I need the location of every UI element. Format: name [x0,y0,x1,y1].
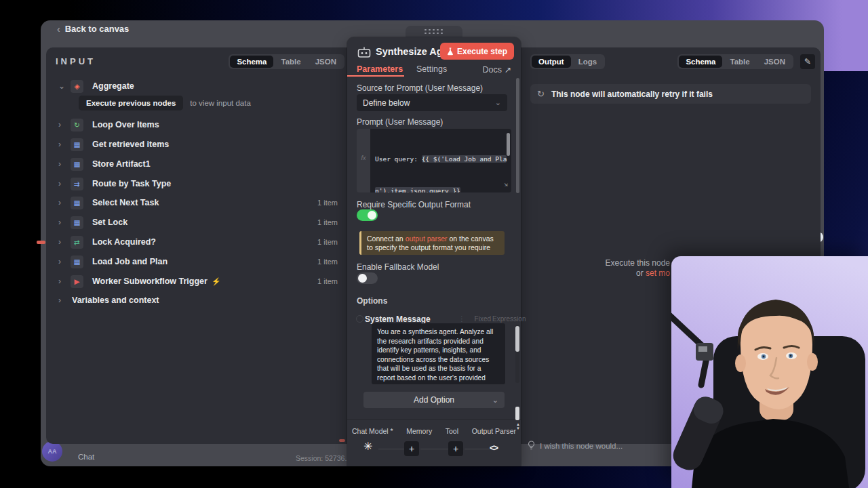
edit-output-button[interactable]: ✎ [800,54,815,69]
execute-hint-or: or [636,268,646,278]
chat-button[interactable]: Chat [78,453,94,461]
prompt-editor[interactable]: fx User query: {{ $('Load Job and Pla n'… [357,129,511,192]
tab-table[interactable]: Table [723,56,756,68]
panel-scrollbar-lower[interactable] [515,407,519,420]
plus-icon: + [409,443,414,454]
execute-step-label: Execute step [457,47,507,56]
item-count: 1 item [317,277,338,285]
tab-parameters[interactable]: Parameters [357,64,403,74]
prompt-code[interactable]: User query: {{ $('Load Job and Pla n').i… [370,129,511,192]
loop-icon: ↻ [71,119,83,131]
node-label: Load Job and Plan [92,257,167,266]
wish-placeholder: I wish this node would... [540,442,623,450]
expand-editor-icon[interactable]: ⇲ [505,180,508,190]
input-panel-title: INPUT [56,56,96,66]
source-prompt-label: Source for Prompt (User Message) [357,83,483,93]
chevron-right-icon[interactable]: › [58,121,68,129]
tab-logs[interactable]: Logs [572,56,604,68]
tab-table[interactable]: Table [274,56,307,68]
chevron-down-icon: ⌄ [495,98,501,107]
chevron-right-icon[interactable]: › [58,258,68,266]
back-to-canvas[interactable]: ‹ Back to canvas [57,24,129,34]
chat-model-label: Chat Model * [352,427,393,435]
fx-icon: fx [361,155,366,192]
execute-previous-row: Execute previous nodes to view input dat… [79,96,251,110]
toggle-knob [368,211,376,220]
chevron-right-icon[interactable]: › [58,180,68,188]
prompt-label: Prompt (User Message) [357,117,443,127]
add-tool-button[interactable]: + [448,441,463,456]
system-message-row: System Message ⋮ Fixed Expression [347,314,521,324]
node-row-worker-subworkflow-trigger[interactable]: › ▶ Worker Subworkflow Trigger ⚡ 1 item [46,273,347,289]
chevron-right-icon[interactable]: › [58,238,68,246]
node-row-load-job-and-plan[interactable]: › ▦ Load Job and Plan 1 item [46,253,347,270]
execute-hint-line1: Execute this node [606,258,670,268]
node-row-select-next-task[interactable]: › ▦ Select Next Task 1 item [46,195,347,211]
panel-drag-handle[interactable] [406,26,462,38]
active-tab-underline [347,75,404,77]
chevron-down-icon: ⌄ [492,396,498,405]
switch-node-icon: ⇉ [71,178,83,190]
add-option-button[interactable]: Add Option ⌄ [363,392,505,408]
wish-feedback-input[interactable]: I wish this node would... [528,441,623,451]
add-memory-button[interactable]: + [404,441,419,456]
node-label: Get retrieved items [92,140,169,149]
system-message-scrollbar[interactable] [515,326,519,352]
fallback-model-toggle[interactable] [357,272,378,284]
prompt-expression: n').item.json.query }} [375,187,460,193]
expression-toggle[interactable]: Expression [492,315,530,323]
openai-chat-model-icon[interactable]: ✳ [363,440,372,453]
plus-icon: + [453,443,458,454]
node-label: Store Artifact1 [92,159,151,169]
chevron-right-icon[interactable]: › [58,160,68,168]
code-node-icon: ▦ [71,216,83,229]
tab-schema[interactable]: Schema [679,56,722,68]
options-label: Options [357,296,387,306]
execute-node-hint: Execute this node or set mo [606,258,670,279]
output-parser-link[interactable]: output parser [406,235,448,243]
system-message-textarea[interactable]: You are a synthesis agent. Analyze all t… [372,323,505,384]
node-label: Loop Over Items [92,120,159,129]
node-row-loop-over-items[interactable]: › ↻ Loop Over Items [46,117,347,133]
source-prompt-select[interactable]: Define below ⌄ [357,94,507,111]
node-label: Set Lock [92,218,127,227]
execute-previous-nodes-button[interactable]: Execute previous nodes [79,96,183,110]
node-row-set-lock[interactable]: › ▦ Set Lock 1 item [46,214,347,230]
chevron-right-icon[interactable]: › [58,199,68,207]
node-row-variables-and-context[interactable]: › Variables and context [46,292,347,308]
tab-schema[interactable]: Schema [230,56,273,68]
node-row-store-artifact1[interactable]: › ▦ Store Artifact1 [46,156,347,172]
require-output-format-toggle[interactable] [357,209,378,221]
tab-settings[interactable]: Settings [416,64,447,74]
chevron-right-icon[interactable]: › [58,296,68,304]
editor-scrollbar[interactable] [507,133,510,156]
panel-scrollbar[interactable] [516,78,519,193]
input-view-tabs: Schema Table JSON [229,54,344,69]
tab-docs[interactable]: Docs ↗ [483,64,511,75]
node-label: Worker Subworkflow Trigger [92,277,208,286]
add-option-label: Add Option [414,395,454,405]
tab-json[interactable]: JSON [757,56,792,68]
option-menu-icon[interactable]: ⋮ [458,315,467,323]
drag-dots-icon [425,29,443,35]
option-drag-icon[interactable] [356,315,363,323]
chevron-down-icon[interactable]: ⌄ [58,82,68,90]
avatar: AA [42,441,62,462]
execute-step-button[interactable]: Execute step [440,43,514,60]
set-mock-data-link[interactable]: set mo [646,268,670,278]
node-row-lock-acquired[interactable]: › ⇄ Lock Acquired? 1 item [46,234,347,250]
node-row-route-by-task-type[interactable]: › ⇉ Route by Task Type [46,176,347,192]
connector-labels: Chat Model * Memory Tool Output Parser [347,427,521,435]
tab-json[interactable]: JSON [309,56,343,68]
tab-output[interactable]: Output [532,56,571,68]
node-row-get-retrieved-items[interactable]: › ▦ Get retrieved items [46,136,347,152]
fixed-toggle[interactable]: Fixed [475,315,491,323]
scrollbar-arrows[interactable]: ▲▼ [516,422,520,430]
output-parser-connector-icon[interactable]: <> [490,443,498,453]
chevron-right-icon[interactable]: › [58,277,68,285]
chevron-right-icon[interactable]: › [58,140,68,148]
output-logs-tabs: Output Logs [530,54,605,69]
connector-divider [347,419,521,420]
node-row-aggregate[interactable]: ⌄ ◈ Aggregate [46,78,347,94]
chevron-right-icon[interactable]: › [58,218,68,226]
